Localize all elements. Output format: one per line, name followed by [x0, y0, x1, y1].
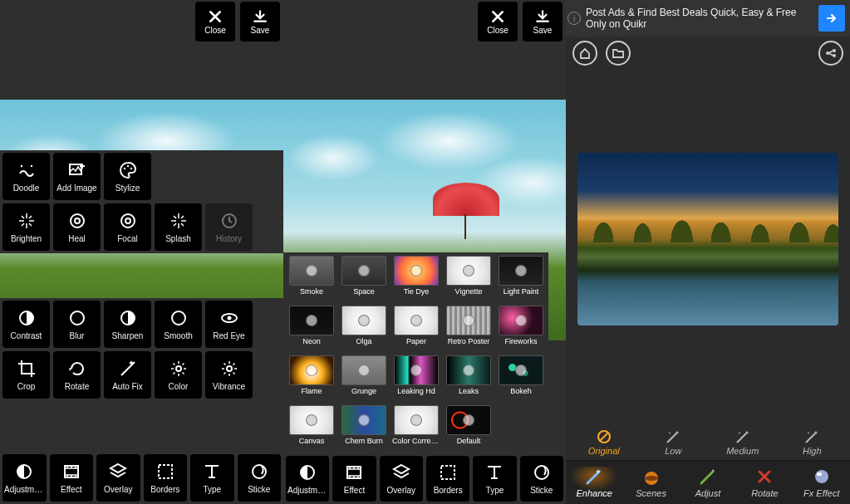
- adjust-icon: [14, 462, 34, 482]
- effect-color-correction[interactable]: Color Correction: [392, 405, 440, 451]
- tool-grid-bottom-row: AdjustmentEffectOverlayBordersTypeSticke: [0, 454, 283, 502]
- tool-smooth[interactable]: Smooth: [155, 301, 202, 348]
- svg-point-25: [815, 470, 828, 483]
- effect-thumb: [446, 405, 491, 435]
- tool-sharpen[interactable]: Sharpen: [104, 301, 151, 348]
- tool-label: Vibrance: [207, 382, 251, 391]
- tool-sticker[interactable]: Sticke: [238, 454, 282, 502]
- effect-smoke[interactable]: Smoke: [287, 256, 336, 301]
- close-button[interactable]: Close: [195, 2, 235, 42]
- save-button[interactable]: Save: [523, 2, 563, 42]
- level-original[interactable]: Original: [575, 428, 633, 456]
- tool-add-image[interactable]: Add Image: [53, 153, 101, 200]
- level-medium[interactable]: Medium: [714, 428, 772, 456]
- tool-grid-upper: DoodleAdd ImageStylizeBrightenHealFocalS…: [0, 150, 283, 253]
- effect-label: Default: [445, 437, 493, 445]
- tool-borders[interactable]: Borders: [144, 454, 188, 502]
- type-icon: [484, 462, 504, 482]
- focal-icon: [118, 211, 138, 231]
- tool-overlay[interactable]: Overlay: [96, 454, 140, 502]
- tool-type[interactable]: Type: [473, 456, 516, 502]
- tool-vibrance[interactable]: Vibrance: [205, 351, 253, 399]
- effect-flame[interactable]: Flame: [287, 355, 336, 401]
- level-high[interactable]: High: [783, 428, 841, 456]
- tool-auto-fix[interactable]: Auto Fix: [104, 351, 151, 399]
- sharpen-icon: [118, 308, 138, 328]
- level-label: Original: [588, 446, 620, 456]
- tool-color[interactable]: Color: [155, 351, 202, 399]
- tool-red-eye[interactable]: Red Eye: [205, 301, 253, 348]
- effect-label: Fireworks: [497, 337, 545, 345]
- tool-doodle[interactable]: Doodle: [2, 153, 50, 200]
- film-icon: [61, 462, 81, 482]
- sparkle-icon: [17, 211, 37, 231]
- effect-canvas[interactable]: Canvas: [287, 405, 336, 451]
- effect-thumb: [394, 405, 439, 435]
- effect-leaking-hd[interactable]: Leaking Hd: [392, 355, 440, 401]
- tool-borders[interactable]: Borders: [426, 456, 469, 502]
- tool-label: Stylize: [106, 183, 150, 193]
- effect-label: Neon: [287, 337, 336, 345]
- rotate-icon: [67, 359, 87, 379]
- effect-default[interactable]: Default: [445, 405, 493, 451]
- tool-type[interactable]: Type: [190, 454, 234, 502]
- wand-icon: [803, 428, 820, 445]
- tool-rotate[interactable]: Rotate: [53, 351, 101, 399]
- effect-grunge[interactable]: Grunge: [340, 355, 388, 401]
- tool-adjustment[interactable]: Adjustment: [2, 454, 47, 502]
- tab-enhance[interactable]: Enhance: [569, 467, 619, 498]
- adjust-icon: [698, 467, 718, 487]
- effect-leaks[interactable]: Leaks: [445, 355, 493, 401]
- tool-contrast[interactable]: Contrast: [2, 301, 50, 348]
- effect-neon[interactable]: Neon: [287, 306, 336, 351]
- effect-paper[interactable]: Paper: [392, 306, 440, 351]
- ad-cta-button[interactable]: [818, 5, 845, 32]
- tool-label: Type: [192, 485, 233, 494]
- effect-chem-burn[interactable]: Chem Burn: [340, 405, 388, 451]
- effect-vignette[interactable]: Vignette: [445, 256, 493, 301]
- open-folder-button[interactable]: [606, 41, 631, 66]
- effect-thumb: [446, 256, 491, 286]
- effect-bokeh[interactable]: Bokeh: [497, 355, 545, 401]
- tab-rotate[interactable]: Rotate: [739, 467, 789, 498]
- effect-olga[interactable]: Olga: [340, 306, 388, 351]
- tool-label: Adjustment: [287, 486, 327, 495]
- tab-label: Scenes: [636, 488, 666, 498]
- contrast-icon: [17, 308, 37, 328]
- tab-adjust[interactable]: Adjust: [683, 467, 733, 498]
- level-label: Medium: [726, 446, 759, 456]
- effect-fireworks[interactable]: Fireworks: [497, 306, 545, 351]
- tab-fx-effect[interactable]: Fx Effect: [797, 467, 847, 498]
- tool-label: Sharpen: [106, 331, 150, 340]
- close-button[interactable]: Close: [478, 2, 518, 42]
- svg-point-26: [817, 472, 822, 476]
- tool-focal[interactable]: Focal: [104, 203, 151, 251]
- effect-thumb: [499, 306, 543, 335]
- close-icon: [490, 9, 505, 24]
- middle-editor-pane: Close Save SmokeSpaceTie DyeVignetteLigh…: [283, 0, 566, 504]
- tool-splash[interactable]: Splash: [155, 203, 202, 251]
- effect-tie-dye[interactable]: Tie Dye: [392, 256, 440, 301]
- adjust-icon: [297, 462, 317, 482]
- tool-heal[interactable]: Heal: [53, 203, 101, 251]
- tool-blur[interactable]: Blur: [53, 301, 101, 348]
- enhance-levels: OriginalLowMediumHigh: [566, 424, 850, 461]
- share-button[interactable]: [818, 41, 843, 66]
- effect-light-paint[interactable]: Light Paint: [497, 256, 545, 301]
- tool-history: History: [205, 203, 253, 251]
- tool-adjustment[interactable]: Adjustment: [286, 456, 329, 502]
- tool-brighten[interactable]: Brighten: [2, 203, 50, 251]
- level-low[interactable]: Low: [644, 428, 702, 456]
- home-button[interactable]: [572, 41, 597, 66]
- effect-space[interactable]: Space: [340, 256, 388, 301]
- tool-effect[interactable]: Effect: [332, 456, 376, 502]
- tool-crop[interactable]: Crop: [2, 351, 50, 399]
- tool-overlay[interactable]: Overlay: [380, 456, 423, 502]
- tool-stylize[interactable]: Stylize: [104, 153, 151, 200]
- tool-effect[interactable]: Effect: [50, 454, 94, 502]
- tab-scenes[interactable]: Scenes: [626, 467, 676, 498]
- save-button[interactable]: Save: [240, 2, 280, 42]
- folder-icon: [612, 46, 625, 60]
- tool-sticker[interactable]: Sticke: [520, 456, 563, 502]
- effect-retro-poster[interactable]: Retro Poster: [445, 306, 493, 351]
